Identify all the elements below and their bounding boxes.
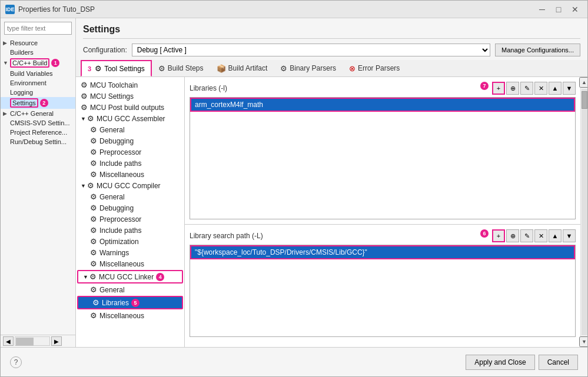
hscroll-track [15,336,50,346]
library-search-add-workspace-button[interactable]: ⊕ [506,229,519,242]
close-button[interactable]: ✕ [567,3,583,16]
sidebar-item-cpp-build[interactable]: ▼ C/C++ Build 1 [1,57,75,69]
scroll-controls: ◀ ▶ [3,336,62,346]
gear-icon: ⚙ [90,170,97,179]
content-area: ▶ Resource Builders ▼ C/C++ Build 1 [1,18,587,347]
stree-mcu-gcc-assembler[interactable]: ▼ ⚙ MCU GCC Assembler [76,113,184,124]
scroll-down-button[interactable]: ▼ [579,336,587,347]
libraries-add-workspace-button[interactable]: ⊕ [506,82,519,95]
cpp-build-label: C/C++ Build [10,58,49,68]
sidebar-item-project-ref[interactable]: Project Reference... [1,128,75,137]
libraries-add-button[interactable]: + [492,82,505,95]
spacer [3,129,10,135]
split-area: ⚙ MCU Toolchain ⚙ MCU Settings ⚙ MCU Pos… [76,77,587,347]
maximize-button[interactable]: □ [551,3,566,16]
stree-mcu-toolchain[interactable]: ⚙ MCU Toolchain [76,79,184,91]
libraries-title: Libraries (-l) [190,84,227,92]
sidebar-item-environment[interactable]: Environment [1,78,75,88]
library-search-add-button[interactable]: + [492,229,505,242]
spacer [3,100,10,106]
tab-binary-parsers[interactable]: ⚙ Binary Parsers [274,61,343,76]
library-search-edit-button[interactable]: ✎ [520,229,533,242]
stree-compiler-preprocessor[interactable]: ⚙ Preprocessor [76,213,184,225]
stree-assembler-include-paths[interactable]: ⚙ Include paths [76,158,184,169]
stree-mcu-settings[interactable]: ⚙ MCU Settings [76,91,184,102]
help-button[interactable]: ? [10,356,22,368]
library-search-item-1[interactable]: "${workspace_loc/Tuto_DSP/Drivers/CMSIS/… [190,245,575,259]
gear-icon: ⚙ [92,298,99,307]
cancel-button[interactable]: Cancel [539,355,578,370]
minimize-button[interactable]: ─ [534,3,550,16]
window-controls: ─ □ ✕ [534,3,583,16]
arrow-icon: ▶ [3,111,10,116]
stree-linker-general[interactable]: ⚙ General [76,284,184,295]
library-item-arm-math[interactable]: arm_cortexM4lf_math [190,98,575,112]
scroll-up-button[interactable]: ▲ [579,77,587,88]
library-search-badge: 6 [480,229,489,238]
titlebar-left: IDE Properties for Tuto_DSP [5,5,95,14]
sidebar-tree: ▶ Resource Builders ▼ C/C++ Build 1 [1,37,75,335]
stree-mcu-gcc-compiler[interactable]: ▼ ⚙ MCU GCC Compiler [76,180,184,191]
right-scrollbar: ▲ ▼ [580,77,587,347]
manage-configurations-button[interactable]: Manage Configurations... [495,44,580,56]
sidebar-item-settings[interactable]: Settings 2 [1,97,75,109]
stree-compiler-debugging[interactable]: ⚙ Debugging [76,202,184,213]
gear-icon: ⚙ [90,136,97,145]
filter-input[interactable] [4,22,72,35]
sidebar-item-resource[interactable]: ▶ Resource [1,38,75,48]
stree-mcu-post-build[interactable]: ⚙ MCU Post build outputs [76,102,184,113]
hscroll-thumb [16,338,34,346]
gear-icon: ⚙ [90,203,97,212]
gear-icon: ⚙ [90,248,97,257]
stree-compiler-miscellaneous[interactable]: ⚙ Miscellaneous [76,258,184,269]
stree-compiler-general[interactable]: ⚙ General [76,191,184,202]
libraries-section-badge: 7 [480,82,489,90]
settings-badge: 2 [40,99,48,107]
apply-close-button[interactable]: Apply and Close [466,355,534,370]
stree-compiler-include-paths[interactable]: ⚙ Include paths [76,225,184,236]
main-header: Settings Configuration: Debug [ Active ]… [76,18,587,60]
main-area: Settings Configuration: Debug [ Active ]… [76,18,587,347]
stree-compiler-optimization[interactable]: ⚙ Optimization [76,236,184,247]
libraries-movedown-button[interactable]: ▼ [563,82,576,95]
library-search-delete-button[interactable]: ✕ [534,229,547,242]
stree-assembler-debugging[interactable]: ⚙ Debugging [76,135,184,146]
config-label: Configuration: [83,46,127,54]
stree-mcu-gcc-linker[interactable]: ▼ ⚙ MCU GCC Linker 4 [77,270,183,283]
libraries-section: Libraries (-l) 7 + ⊕ ✎ ✕ ▲ ▼ [185,77,580,224]
gear-icon: ⚙ [90,237,97,246]
stree-compiler-warnings[interactable]: ⚙ Warnings [76,247,184,258]
stree-linker-miscellaneous[interactable]: ⚙ Miscellaneous [76,310,184,321]
tab-build-artifact[interactable]: 📦 Build Artifact [210,61,274,76]
tab-error-icon: ⊗ [349,64,356,73]
library-search-list: "${workspace_loc/Tuto_DSP/Drivers/CMSIS/… [190,245,576,337]
libraries-header: Libraries (-l) 7 + ⊕ ✎ ✕ ▲ ▼ [190,82,576,95]
libraries-delete-button[interactable]: ✕ [534,82,547,95]
tab-tool-settings[interactable]: 3 ⚙ Tool Settings [81,60,152,76]
library-search-moveup-button[interactable]: ▲ [549,229,562,242]
sidebar-item-build-variables[interactable]: Build Variables [1,69,75,78]
scroll-right-btn[interactable]: ▶ [51,336,62,346]
library-search-movedown-button[interactable]: ▼ [563,229,576,242]
libraries-edit-button[interactable]: ✎ [520,82,533,95]
tab-gear-icon: ⚙ [280,64,287,73]
stree-assembler-preprocessor[interactable]: ⚙ Preprocessor [76,146,184,158]
arrow-icon: ▼ [3,60,10,66]
stree-assembler-miscellaneous[interactable]: ⚙ Miscellaneous [76,169,184,180]
sidebar-item-cmsis-svd[interactable]: CMSIS-SVD Settin... [1,118,75,128]
footer-buttons: Apply and Close Cancel [466,355,578,370]
spacer [3,120,10,126]
libraries-moveup-button[interactable]: ▲ [549,82,562,95]
stree-linker-libraries[interactable]: ⚙ Libraries 5 [77,296,183,309]
sidebar-item-logging[interactable]: Logging [1,88,75,97]
footer-left: ? [10,356,22,368]
stree-assembler-general[interactable]: ⚙ General [76,124,184,135]
tab-error-parsers[interactable]: ⊗ Error Parsers [343,61,406,76]
sidebar-item-run-debug[interactable]: Run/Debug Settin... [1,137,75,146]
config-select[interactable]: Debug [ Active ] [132,44,490,56]
tab-build-steps[interactable]: ⚙ Build Steps [152,61,210,76]
scroll-left-btn[interactable]: ◀ [3,336,14,346]
sidebar-item-cpp-general[interactable]: ▶ C/C++ General [1,109,75,118]
arrow-icon [3,49,10,55]
sidebar-item-builders[interactable]: Builders [1,48,75,57]
